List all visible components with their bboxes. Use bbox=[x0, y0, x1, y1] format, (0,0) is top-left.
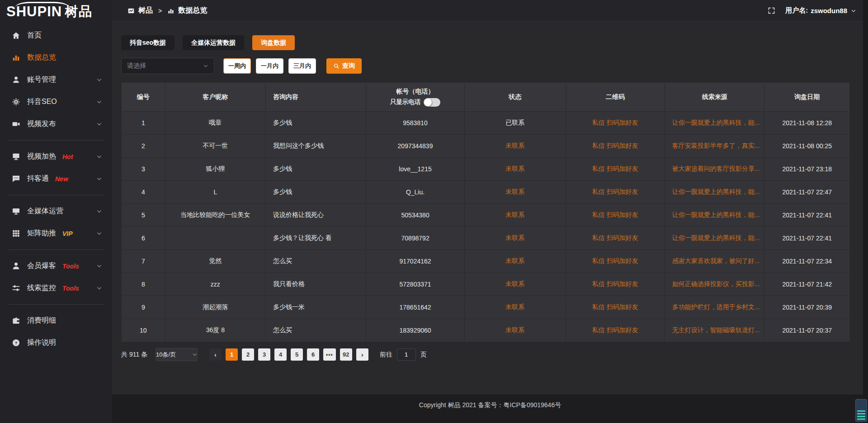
status-badge: 未联系 bbox=[464, 181, 566, 204]
qr-friend-link[interactable]: 私信 扫码加好友 bbox=[592, 188, 638, 195]
cell-nickname: 狐小狸 bbox=[165, 158, 265, 181]
source-link[interactable]: 让你一眼就爱上的黑科技，能... bbox=[672, 211, 760, 218]
page-button-3[interactable]: 3 bbox=[258, 348, 270, 361]
cell-inquiry: 多少钱一米 bbox=[265, 296, 366, 319]
page-button-2[interactable]: 2 bbox=[242, 348, 254, 361]
sidebar-item-consume-detail[interactable]: 消费明细 bbox=[0, 310, 112, 332]
widget-stripes-icon bbox=[857, 410, 865, 420]
tab-media-operation-data[interactable]: 全媒体运营数据 bbox=[183, 35, 244, 50]
source-link[interactable]: 让你一眼就爱上的黑科技，能... bbox=[672, 234, 760, 241]
scrollbar-track[interactable] bbox=[863, 0, 868, 423]
sidebar-item-media-operation[interactable]: 全媒体运营 bbox=[0, 200, 112, 222]
brand-logo[interactable]: SHUPIN 树品 bbox=[0, 0, 112, 24]
sidebar-divider bbox=[8, 304, 104, 305]
sidebar-item-douyin-seo[interactable]: 抖音SEO bbox=[0, 91, 112, 113]
sidebar-item-member-baoke[interactable]: 会员爆客Tools bbox=[0, 255, 112, 277]
table-row: 7觉然怎么买917024162未联系私信 扫码加好友感谢大家喜欢我家，被问了好.… bbox=[122, 250, 850, 273]
data-tabs: 抖音seo数据全媒体运营数据询盘数据 bbox=[121, 35, 850, 50]
source-link[interactable]: 多功能护栏灯，适用于乡村文... bbox=[672, 303, 760, 310]
cell-account: 9583810 bbox=[366, 112, 464, 135]
cell-account: 917024162 bbox=[366, 250, 464, 273]
chevron-down-icon bbox=[96, 285, 102, 291]
tab-douyin-seo-data[interactable]: 抖音seo数据 bbox=[121, 35, 175, 50]
chevron-down-icon bbox=[96, 176, 102, 182]
phone-toggle-label: 只显示电话 bbox=[390, 98, 421, 106]
page-button-4[interactable]: 4 bbox=[274, 348, 287, 361]
table-row: 4L多少钱Q_Liu.未联系私信 扫码加好友让你一眼就爱上的黑科技，能...20… bbox=[122, 181, 850, 204]
video-icon bbox=[12, 120, 20, 128]
floating-widget[interactable] bbox=[855, 399, 867, 422]
cell-inquiry: 我想问这个多少钱 bbox=[265, 135, 366, 158]
username-value: zswodun88 bbox=[811, 7, 847, 14]
qr-friend-link[interactable]: 私信 扫码加好友 bbox=[592, 257, 638, 264]
tab-inquiry-data[interactable]: 询盘数据 bbox=[252, 35, 295, 50]
user-menu[interactable]: 用户名: zswodun88 bbox=[785, 6, 856, 15]
sidebar-item-clue-monitor[interactable]: 线索监控Tools bbox=[0, 277, 112, 299]
sidebar-item-home[interactable]: 首页 bbox=[0, 24, 112, 47]
cell-num: 4 bbox=[122, 181, 165, 204]
source-link[interactable]: 感谢大家喜欢我家，被问了好... bbox=[672, 257, 760, 264]
breadcrumb-root[interactable]: 树品 bbox=[138, 6, 153, 15]
range-button-2[interactable]: 三月内 bbox=[288, 58, 316, 74]
filter-select[interactable]: 请选择 bbox=[121, 58, 214, 74]
sidebar-item-label: 视频加热 bbox=[27, 152, 56, 161]
sidebar-item-video-publish[interactable]: 视频发布 bbox=[0, 113, 112, 135]
breadcrumb-separator: > bbox=[158, 7, 162, 14]
cell-date: 2021-11-07 23:18 bbox=[764, 158, 850, 181]
phone-only-toggle[interactable] bbox=[424, 98, 440, 107]
status-badge: 未联系 bbox=[464, 227, 566, 250]
qr-friend-link[interactable]: 私信 扫码加好友 bbox=[592, 280, 638, 287]
prev-page-button[interactable]: ‹ bbox=[209, 348, 222, 361]
qr-friend-link[interactable]: 私信 扫码加好友 bbox=[592, 165, 638, 172]
chevron-down-icon bbox=[851, 8, 856, 14]
page-button-5[interactable]: 5 bbox=[291, 348, 303, 361]
qr-friend-link[interactable]: 私信 扫码加好友 bbox=[592, 119, 638, 126]
display-icon bbox=[12, 207, 20, 216]
qr-friend-link[interactable]: 私信 扫码加好友 bbox=[592, 303, 638, 310]
query-button[interactable]: 查询 bbox=[326, 58, 362, 74]
sidebar-item-data-overview[interactable]: 数据总览 bbox=[0, 47, 112, 69]
source-link[interactable]: 如何正确选择投影仪，买投影... bbox=[672, 280, 760, 287]
cell-nickname bbox=[165, 227, 265, 250]
sidebar-item-account-manage[interactable]: 账号管理 bbox=[0, 69, 112, 91]
sidebar-item-video-heat[interactable]: 视频加热Hot bbox=[0, 146, 112, 168]
range-button-1[interactable]: 一月内 bbox=[256, 58, 283, 74]
page-button-92[interactable]: 92 bbox=[340, 348, 352, 361]
username-label: 用户名: bbox=[785, 6, 808, 15]
inquiry-table: 编号 客户昵称 咨询内容 帐号（电话） 只显示电话 状态 二维码 bbox=[121, 82, 850, 342]
header-account-label: 帐号（电话） bbox=[396, 88, 434, 96]
sidebar-item-label: 账号管理 bbox=[27, 75, 56, 85]
sidebar-item-matrix-boost[interactable]: 矩阵助推VIP bbox=[0, 222, 112, 244]
page-ellipsis[interactable]: ••• bbox=[323, 348, 336, 361]
cell-date: 2021-11-07 22:41 bbox=[764, 227, 850, 250]
source-link[interactable]: 让你一眼就爱上的黑科技，能... bbox=[672, 119, 760, 126]
chart-icon bbox=[12, 53, 20, 62]
sidebar-item-douketong[interactable]: 抖客通New bbox=[0, 168, 112, 190]
source-link[interactable]: 客厅安装投影半年多了，真实... bbox=[672, 142, 760, 149]
page-size-select[interactable]: 10条/页 bbox=[156, 348, 198, 361]
qr-friend-link[interactable]: 私信 扫码加好友 bbox=[592, 326, 638, 334]
qr-friend-link[interactable]: 私信 扫码加好友 bbox=[592, 142, 638, 149]
fullscreen-icon[interactable] bbox=[768, 7, 775, 14]
cell-account: Q_Liu. bbox=[366, 181, 464, 204]
main-content: 抖音seo数据全媒体运营数据询盘数据 请选择 一周内一月内三月内 查询 编号 客… bbox=[112, 22, 868, 395]
qr-friend-link[interactable]: 私信 扫码加好友 bbox=[592, 234, 638, 241]
goto-page-input[interactable] bbox=[397, 348, 416, 361]
table-row: 6多少钱？让我死心 看70898792未联系私信 扫码加好友让你一眼就爱上的黑科… bbox=[122, 227, 850, 250]
chat-icon bbox=[12, 174, 20, 183]
page-button-6[interactable]: 6 bbox=[307, 348, 319, 361]
source-link[interactable]: 让你一眼就爱上的黑科技，能... bbox=[672, 188, 760, 195]
qr-friend-link[interactable]: 私信 扫码加好友 bbox=[592, 211, 638, 218]
source-link[interactable]: 被大家追着问的客厅投影分享... bbox=[672, 165, 760, 172]
cell-nickname: 不可一世 bbox=[165, 135, 265, 158]
sidebar-item-operation-guide[interactable]: ?操作说明 bbox=[0, 332, 112, 354]
sidebar-item-label: 抖音SEO bbox=[27, 97, 57, 107]
page-button-1[interactable]: 1 bbox=[226, 348, 238, 361]
next-page-button[interactable]: › bbox=[356, 348, 368, 361]
sidebar-divider bbox=[8, 249, 104, 250]
cell-num: 6 bbox=[122, 227, 165, 250]
source-link[interactable]: 无主灯设计，智能磁吸轨道灯... bbox=[672, 326, 760, 334]
range-button-0[interactable]: 一周内 bbox=[223, 58, 251, 74]
question-icon: ? bbox=[12, 338, 20, 347]
svg-text:?: ? bbox=[14, 340, 17, 345]
